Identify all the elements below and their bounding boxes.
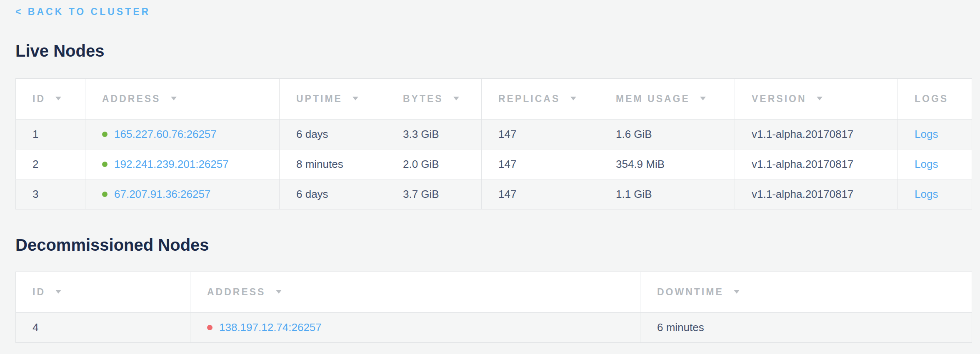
column-header-id[interactable]: ID: [16, 272, 190, 313]
column-header-uptime[interactable]: UPTIME: [280, 79, 386, 120]
node-id-cell: 2: [16, 150, 85, 179]
decommissioned-nodes-table-header: ID ADDRESS DOWNTIME: [16, 272, 972, 313]
node-address-link[interactable]: 67.207.91.36:26257: [114, 188, 210, 200]
sort-arrow-icon: [276, 290, 282, 294]
node-address-link[interactable]: 165.227.60.76:26257: [114, 128, 217, 140]
column-header-label: MEM USAGE: [616, 93, 690, 104]
node-id-cell: 3: [16, 179, 85, 209]
node-version-cell: v1.1-alpha.20170817: [735, 150, 898, 179]
column-header-label: UPTIME: [296, 93, 342, 104]
node-bytes-cell: 2.0 GiB: [386, 150, 482, 179]
node-version-cell: v1.1-alpha.20170817: [735, 120, 898, 150]
sort-arrow-icon: [700, 97, 706, 100]
nodes-page: < BACK TO CLUSTER Live Nodes ID ADDRESS …: [0, 0, 980, 343]
node-mem-usage-cell: 1.1 GiB: [599, 179, 735, 209]
sort-arrow-icon: [734, 290, 740, 294]
node-address-link[interactable]: 138.197.12.74:26257: [219, 321, 322, 334]
node-replicas-cell: 147: [482, 150, 599, 179]
column-header-logs: LOGS: [898, 79, 972, 120]
sort-arrow-icon: [352, 97, 358, 100]
column-header-address[interactable]: ADDRESS: [85, 79, 280, 120]
column-header-label: BYTES: [403, 93, 443, 104]
node-logs-cell: Logs: [898, 120, 972, 150]
node-logs-link[interactable]: Logs: [915, 128, 938, 140]
node-replicas-cell: 147: [482, 179, 599, 209]
node-address-cell: 165.227.60.76:26257: [85, 120, 280, 150]
table-row-node-1: 1 165.227.60.76:26257 6 days 3.3 GiB 147…: [16, 120, 972, 150]
node-uptime-cell: 6 days: [280, 179, 386, 209]
node-mem-usage-cell: 1.6 GiB: [599, 120, 735, 150]
live-nodes-heading: Live Nodes: [15, 41, 972, 61]
sort-arrow-icon: [55, 290, 61, 294]
node-address-cell: 192.241.239.201:26257: [85, 150, 280, 179]
node-id-cell: 1: [16, 120, 85, 150]
node-logs-link[interactable]: Logs: [915, 188, 938, 200]
node-replicas-cell: 147: [482, 120, 599, 150]
back-to-cluster-link[interactable]: < BACK TO CLUSTER: [15, 6, 150, 17]
column-header-label: ADDRESS: [102, 93, 160, 104]
decommissioned-status-icon: [207, 325, 212, 330]
column-header-id[interactable]: ID: [16, 79, 85, 120]
sort-arrow-icon: [453, 97, 459, 100]
node-downtime-cell: 6 minutes: [640, 313, 972, 343]
node-bytes-cell: 3.3 GiB: [386, 120, 482, 150]
column-header-label: ID: [32, 287, 45, 297]
column-header-version[interactable]: VERSION: [735, 79, 898, 120]
sort-arrow-icon: [55, 97, 61, 100]
sort-arrow-icon: [570, 97, 576, 100]
decommissioned-nodes-table: ID ADDRESS DOWNTIME 4 138.197.12.74:2625…: [15, 272, 972, 343]
node-id-cell: 4: [16, 313, 190, 343]
column-header-downtime[interactable]: DOWNTIME: [640, 272, 972, 313]
node-bytes-cell: 3.7 GiB: [386, 179, 482, 209]
node-uptime-cell: 6 days: [280, 120, 386, 150]
column-header-label: DOWNTIME: [657, 287, 724, 297]
live-nodes-table-header: ID ADDRESS UPTIME BYTES REPLICAS: [16, 79, 972, 120]
table-row-node-2: 2 192.241.239.201:26257 8 minutes 2.0 Gi…: [16, 150, 972, 179]
decommissioned-nodes-heading: Decommissioned Nodes: [15, 235, 972, 255]
column-header-label: VERSION: [752, 93, 807, 104]
column-header-replicas[interactable]: REPLICAS: [482, 79, 599, 120]
live-nodes-table: ID ADDRESS UPTIME BYTES REPLICAS: [15, 78, 972, 209]
live-status-icon: [102, 162, 108, 167]
node-version-cell: v1.1-alpha.20170817: [735, 179, 898, 209]
node-mem-usage-cell: 354.9 MiB: [599, 150, 735, 179]
table-row-node-3: 3 67.207.91.36:26257 6 days 3.7 GiB 147 …: [16, 179, 972, 209]
column-header-label: LOGS: [915, 93, 948, 104]
node-logs-link[interactable]: Logs: [915, 158, 938, 170]
column-header-label: REPLICAS: [498, 93, 560, 104]
node-logs-cell: Logs: [898, 179, 972, 209]
node-address-cell: 138.197.12.74:26257: [190, 313, 640, 343]
sort-arrow-icon: [171, 97, 177, 100]
sort-arrow-icon: [817, 97, 822, 100]
node-uptime-cell: 8 minutes: [280, 150, 386, 179]
column-header-label: ADDRESS: [207, 287, 265, 297]
column-header-bytes[interactable]: BYTES: [386, 79, 482, 120]
table-row-node-4: 4 138.197.12.74:26257 6 minutes: [16, 313, 972, 343]
column-header-label: ID: [32, 93, 45, 104]
node-address-cell: 67.207.91.36:26257: [85, 179, 280, 209]
node-logs-cell: Logs: [898, 150, 972, 179]
live-status-icon: [102, 192, 108, 197]
column-header-mem-usage[interactable]: MEM USAGE: [599, 79, 735, 120]
node-address-link[interactable]: 192.241.239.201:26257: [114, 158, 229, 170]
live-status-icon: [102, 132, 108, 137]
column-header-address[interactable]: ADDRESS: [190, 272, 640, 313]
